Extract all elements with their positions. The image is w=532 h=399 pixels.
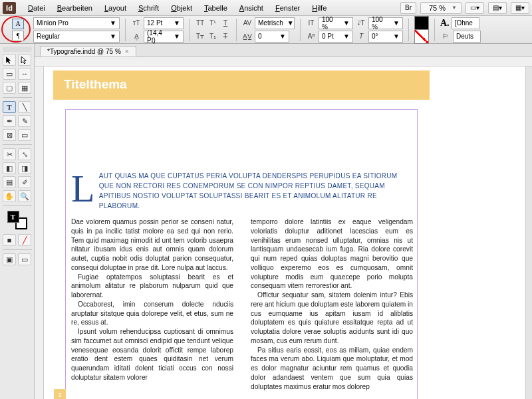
underline-icon[interactable]: T [220,18,231,29]
document-tabbar: *Typografie.indd @ 75 % × [35,44,532,57]
allcaps-icon[interactable]: TT [195,18,205,29]
menu-bearbeiten[interactable]: Bearbeiten [52,2,98,14]
leading-icon: A͇ [131,31,142,42]
eyedropper-tool[interactable]: ✐ [18,176,31,188]
skew-select[interactable]: 0°▼ [368,31,403,43]
paragraph-mode-button[interactable]: ¶ [12,31,24,41]
header-band: Titelthema [53,70,430,100]
baseline-select[interactable]: 0 Pt▼ [319,31,353,43]
view-options[interactable]: ▭ [18,253,31,265]
menu-tabelle[interactable]: Tabelle [199,2,233,14]
superscript-icon[interactable]: T¹ [207,18,218,29]
pen-tool[interactable]: ✒ [3,115,16,127]
apply-none[interactable]: ╱ [18,234,31,246]
tab-title: *Typografie.indd @ 75 % [47,48,121,55]
document-area: *Typografie.indd @ 75 % × Titelthema 2 L… [35,44,532,399]
page: Titelthema 2 L aut quias ma que cuptatus… [53,70,430,399]
page-header-title: Titelthema [64,77,419,92]
leading-select[interactable]: (14,4 Pt)▼ [144,31,184,43]
free-transform-tool[interactable]: ⤡ [18,148,31,160]
apply-color[interactable]: ■ [3,234,16,246]
zoom-dropdown[interactable]: 75 %▼ [420,2,462,14]
font-style-select[interactable]: Regular▼ [33,31,120,43]
subscript-icon[interactable]: T₁ [207,31,218,42]
tab-close-icon[interactable]: × [125,48,129,55]
canvas[interactable]: Titelthema 2 L aut quias ma que cuptatus… [44,66,525,399]
fill-box[interactable]: T [7,211,19,223]
toolbox-grip[interactable] [3,47,32,52]
kerning-select[interactable]: Metrisch▼ [255,17,295,29]
page-number-badge: 2 [54,389,66,399]
strikethrough-icon[interactable]: T [220,31,231,42]
right-scrollbar[interactable] [525,66,532,399]
font-size-icon: тT [131,18,142,29]
hscale-select[interactable]: 100 %▼ [368,17,403,29]
intro-paragraph: L aut quias ma que cuptatus peria volupt… [66,110,417,217]
app-logo: Id [3,2,16,14]
fill-stroke-indicator[interactable]: T [7,211,27,229]
stroke-swatch[interactable] [414,29,429,44]
vscale-icon: IT [306,18,317,29]
vertical-ruler[interactable] [35,66,44,399]
line-tool[interactable]: ╲ [18,101,31,113]
content-collector-tool[interactable]: ▢ [3,82,16,94]
column-2: temporro dolore latintiis ex eaque velig… [245,217,417,396]
rectangle-frame-tool[interactable]: ⊠ [3,129,16,141]
gradient-swatch-tool[interactable]: ◧ [3,162,16,174]
text-frame[interactable]: 2 L aut quias ma que cuptatus peria volu… [65,109,418,399]
zoom-tool[interactable]: 🔍 [18,190,31,202]
content-placer-tool[interactable]: ▦ [18,82,31,94]
rectangle-tool[interactable]: ▭ [18,129,31,141]
menu-layout[interactable]: Layout [99,2,132,14]
hscale-icon: ⫀T [356,18,366,29]
horizontal-ruler[interactable] [35,57,532,66]
bridge-button[interactable]: Br [400,2,416,14]
column-1: Dae volorem quamus possin perior se cons… [66,217,237,396]
drop-cap: L [71,171,99,204]
lang-icon: 🏳 [440,31,451,42]
menu-objekt[interactable]: Objekt [166,2,198,14]
kerning-icon: AV [242,18,253,29]
baseline-icon: Aª [306,31,317,42]
view-btn-3[interactable]: ▦▾ [511,2,529,14]
control-panel: A ¶ Minion Pro▼ Regular▼ тT12 Pt▼ A͇(14,… [0,16,532,44]
screen-mode[interactable]: ▣ [3,253,16,265]
menu-schrift[interactable]: Schrift [133,2,164,14]
tracking-icon: A̲V̲ [242,31,253,42]
fill-swatch[interactable] [414,16,429,31]
toolbox: ▭ ↔ ▢ ▦ T ╲ ✒ ✎ ⊠ ▭ ✂ ⤡ ◧ ◨ ▤ [0,44,35,399]
view-btn-1[interactable]: ▭▾ [466,2,484,14]
note-tool[interactable]: ▤ [3,176,16,188]
char-para-toggle: A ¶ [4,17,31,43]
skew-icon: T [356,31,366,42]
menu-hilfe[interactable]: Hilfe [307,2,332,14]
pencil-tool[interactable]: ✎ [18,115,31,127]
document-tab[interactable]: *Typografie.indd @ 75 % × [40,46,136,57]
view-btn-2[interactable]: ▤▾ [488,2,507,14]
menu-bar: Id Datei Bearbeiten Layout Schrift Objek… [0,0,532,16]
hand-tool[interactable]: ✋ [3,190,16,202]
language-select[interactable]: Deuts [453,31,481,43]
gradient-feather-tool[interactable]: ◨ [18,162,31,174]
character-mode-button[interactable]: A [12,19,24,29]
menu-fenster[interactable]: Fenster [270,2,305,14]
page-tool[interactable]: ▭ [3,68,16,80]
tracking-select[interactable]: 0▼ [255,31,289,43]
font-family-select[interactable]: Minion Pro▼ [33,17,120,29]
gap-tool[interactable]: ↔ [18,68,31,80]
font-size-select[interactable]: 12 Pt▼ [144,17,184,29]
direct-selection-tool[interactable] [18,54,31,66]
smallcaps-icon[interactable]: Tᴛ [195,31,205,42]
charstyle-select[interactable]: [Ohne [452,17,479,29]
scissors-tool[interactable]: ✂ [3,148,16,160]
menu-ansicht[interactable]: Ansicht [234,2,269,14]
vscale-select[interactable]: 100 %▼ [319,17,353,29]
selection-tool[interactable] [3,54,16,66]
type-tool[interactable]: T [3,101,16,113]
menu-datei[interactable]: Datei [23,2,51,14]
